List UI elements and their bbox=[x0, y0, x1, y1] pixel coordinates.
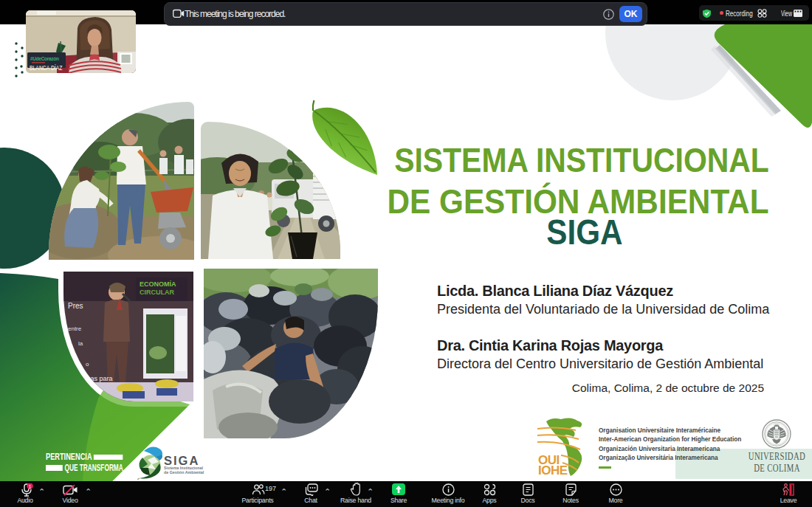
svg-text:o: o bbox=[86, 361, 89, 368]
svg-text:IOHE: IOHE bbox=[538, 463, 568, 477]
svg-text:CIRCULAR: CIRCULAR bbox=[140, 289, 174, 296]
svg-text:1: 1 bbox=[29, 484, 32, 489]
svg-text:#UdeCorazón: #UdeCorazón bbox=[30, 56, 59, 61]
svg-text:entre: entre bbox=[68, 325, 82, 332]
svg-text:Pres: Pres bbox=[68, 302, 83, 310]
svg-text:ECONOMÍA: ECONOMÍA bbox=[140, 280, 176, 288]
svg-text:la: la bbox=[78, 340, 83, 347]
